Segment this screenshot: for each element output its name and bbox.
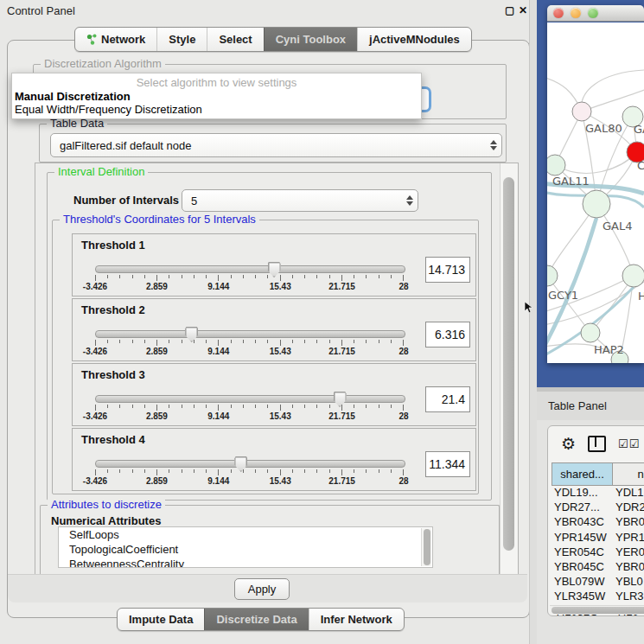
network-canvas[interactable]: GAL80GAGAL11CGAL4GCY1HHAP2 bbox=[547, 22, 644, 363]
network-edge bbox=[555, 152, 637, 173]
table-panel-title: Table Panel bbox=[548, 399, 607, 412]
network-node[interactable] bbox=[622, 265, 644, 287]
table-row[interactable]: YBR045CYBR0 bbox=[552, 560, 644, 575]
table-hscrollbar-thumb[interactable] bbox=[552, 607, 644, 614]
close-icon[interactable]: ✕ bbox=[519, 4, 527, 16]
cell-name: YBL0 bbox=[612, 575, 644, 590]
threshold-slider[interactable] bbox=[95, 265, 405, 273]
split-columns-icon[interactable] bbox=[588, 436, 606, 452]
table-toolbar: ⚙ ☑☑ bbox=[548, 426, 644, 461]
close-traffic-light-icon[interactable] bbox=[553, 8, 564, 18]
attribute-item[interactable]: BetweennessCentrality bbox=[59, 557, 432, 568]
network-icon bbox=[86, 34, 97, 45]
tab-jactivemnodules[interactable]: jActiveMNodules bbox=[357, 28, 471, 51]
thresholds-group: Threshold's Coordinates for 5 Intervals … bbox=[52, 220, 479, 494]
float-window-icon[interactable]: ▢ bbox=[505, 4, 514, 16]
table-row[interactable]: YDR27...YDR2 bbox=[552, 501, 644, 515]
tab-discretize-data[interactable]: Discretize Data bbox=[204, 609, 308, 630]
column-header-name[interactable]: na bbox=[613, 463, 644, 485]
network-node[interactable] bbox=[547, 265, 558, 286]
network-node-label: C bbox=[637, 159, 644, 172]
table-row[interactable]: YDL19...YDL1 bbox=[552, 486, 644, 501]
table-header-row: shared... na bbox=[552, 462, 644, 486]
tab-network[interactable]: Network bbox=[75, 28, 156, 51]
numerical-attributes-list[interactable]: SelfLoopsTopologicalCoefficientBetweenne… bbox=[58, 526, 433, 568]
network-node[interactable] bbox=[547, 155, 565, 175]
tab-impute-data[interactable]: Impute Data bbox=[118, 609, 204, 630]
slider-ticks bbox=[95, 340, 404, 347]
table-row[interactable]: YER054CYER0 bbox=[552, 545, 644, 560]
algorithm-placeholder: Select algorithm to view settings bbox=[12, 76, 421, 89]
zoom-traffic-light-icon[interactable] bbox=[588, 8, 598, 18]
tab-style[interactable]: Style bbox=[156, 28, 207, 51]
network-node-label: GAL80 bbox=[585, 122, 622, 135]
tab-select[interactable]: Select bbox=[207, 28, 263, 51]
table-row[interactable]: YBL079WYBL0 bbox=[552, 575, 644, 590]
control-panel-titlebar: Control Panel ▢ ✕ bbox=[0, 0, 536, 21]
table-row[interactable]: YLR345WYLR3 bbox=[552, 590, 644, 604]
group-title: Threshold's Coordinates for 5 Intervals bbox=[60, 213, 259, 226]
tab-infer-network[interactable]: Infer Network bbox=[309, 609, 404, 630]
settings-scrollbar[interactable] bbox=[500, 163, 518, 578]
threshold-label: Threshold 1 bbox=[81, 239, 145, 252]
cell-name: YDL1 bbox=[612, 486, 644, 501]
threshold-label: Threshold 2 bbox=[81, 303, 145, 316]
algorithm-option[interactable]: Manual Discretization bbox=[15, 90, 131, 103]
network-node[interactable] bbox=[572, 102, 591, 121]
tab-label: Infer Network bbox=[321, 613, 392, 626]
settings-scrollpane: Interval Definition Number of Intervals … bbox=[35, 163, 519, 579]
group-title: Discretization Algorithm bbox=[41, 57, 165, 70]
threshold-slider[interactable] bbox=[95, 330, 405, 338]
algorithm-dropdown-popup: Select algorithm to view settings Manual… bbox=[11, 73, 422, 119]
slider-tick-labels: -3.4262.8599.14415.4321.71528 bbox=[95, 347, 404, 357]
cell-shared-name: YLR345W bbox=[552, 590, 612, 604]
network-window: GAL80GAGAL11CGAL4GCY1HHAP2 bbox=[547, 5, 644, 363]
network-edge bbox=[582, 70, 644, 112]
cell-name: YPR1 bbox=[612, 531, 644, 545]
cell-name: YLR3 bbox=[612, 590, 644, 604]
number-of-intervals-combo[interactable]: 5 bbox=[182, 189, 418, 212]
threshold-value-field[interactable]: 14.713 bbox=[425, 257, 470, 283]
attributes-scrollbar-thumb[interactable] bbox=[424, 529, 430, 565]
gear-icon[interactable]: ⚙ bbox=[561, 436, 576, 452]
tab-label: Network bbox=[101, 33, 145, 46]
tab-cyni-toolbox[interactable]: Cyni Toolbox bbox=[264, 28, 357, 51]
apply-strip: Apply bbox=[8, 574, 527, 603]
slider-tick-labels: -3.4262.8599.14415.4321.71528 bbox=[95, 476, 404, 487]
network-window-titlebar[interactable] bbox=[547, 5, 644, 22]
slider-ticks bbox=[95, 469, 404, 476]
table-hscrollbar[interactable] bbox=[550, 605, 644, 615]
threshold-row: Threshold 1-3.4262.8599.14415.4321.71528… bbox=[72, 233, 476, 296]
tab-label: Impute Data bbox=[129, 613, 193, 626]
network-node[interactable] bbox=[581, 323, 600, 342]
attributes-scrollbar[interactable] bbox=[421, 528, 431, 566]
apply-button[interactable]: Apply bbox=[234, 578, 290, 600]
combo-spinner-icon bbox=[486, 140, 501, 150]
cell-shared-name: YPR145W bbox=[552, 531, 612, 545]
intervals-value: 5 bbox=[182, 194, 402, 207]
tab-label: jActiveMNodules bbox=[369, 33, 460, 46]
attribute-item[interactable]: SelfLoops bbox=[59, 527, 432, 542]
algorithm-option[interactable]: Equal Width/Frequency Discretization bbox=[15, 103, 202, 116]
settings-scrollbar-thumb[interactable] bbox=[503, 177, 514, 551]
tab-label: Style bbox=[169, 33, 195, 46]
table-row[interactable]: YBR043CYBR0 bbox=[552, 515, 644, 530]
threshold-value-field[interactable]: 11.344 bbox=[425, 451, 470, 477]
threshold-value-field[interactable]: 6.316 bbox=[425, 322, 470, 348]
network-view-area: GAL80GAGAL11CGAL4GCY1HHAP2 bbox=[537, 0, 644, 389]
column-header-shared-name[interactable]: shared... bbox=[552, 463, 613, 485]
cell-shared-name: YBL079W bbox=[552, 575, 612, 590]
minimize-traffic-light-icon[interactable] bbox=[571, 8, 581, 18]
network-node[interactable] bbox=[583, 190, 610, 218]
threshold-value-field[interactable]: 21.4 bbox=[425, 386, 470, 412]
attribute-item[interactable]: TopologicalCoefficient bbox=[59, 542, 432, 557]
cell-shared-name: YBR045C bbox=[552, 560, 612, 575]
cell-shared-name: YDL19... bbox=[552, 486, 612, 501]
node-table: ⚙ ☑☑ shared... na YDL19...YDL1YDR27...YD… bbox=[547, 425, 644, 616]
select-columns-icons[interactable]: ☑☑ bbox=[618, 437, 640, 450]
table-row[interactable]: YPR145WYPR1 bbox=[552, 531, 644, 545]
threshold-slider[interactable] bbox=[95, 460, 405, 468]
cell-shared-name: YDR27... bbox=[552, 501, 612, 515]
threshold-slider[interactable] bbox=[95, 395, 405, 403]
table-data-combo[interactable]: galFiltered.sif default node bbox=[50, 133, 502, 157]
